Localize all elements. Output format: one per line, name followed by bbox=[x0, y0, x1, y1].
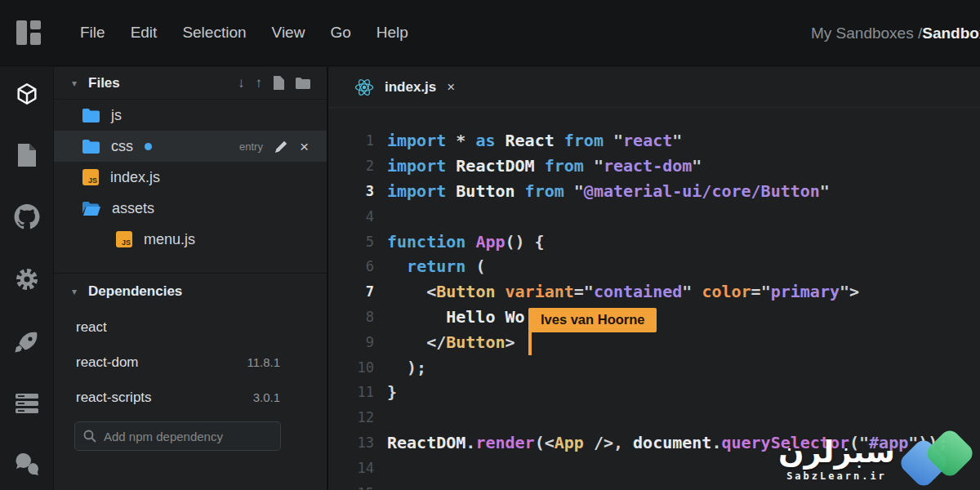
tab-index-js[interactable]: index.js × bbox=[328, 67, 476, 107]
github-icon[interactable] bbox=[14, 204, 40, 229]
sabzlearn-watermark: سبزلرن SabzLearn.ir bbox=[778, 430, 973, 488]
file-name: assets bbox=[112, 200, 154, 217]
activity-bar bbox=[0, 67, 53, 490]
dependency-item-react-scripts[interactable]: react-scripts 3.0.1 bbox=[54, 380, 327, 415]
chevron-down-icon[interactable]: ▾ bbox=[72, 286, 77, 297]
dependency-name: react-dom bbox=[76, 354, 139, 371]
line-number: 5 bbox=[328, 234, 374, 250]
dependencies-panel-title: Dependencies bbox=[88, 283, 182, 300]
line-number: 2 bbox=[328, 158, 374, 174]
download-icon[interactable]: ↓ bbox=[238, 75, 245, 91]
dependency-item-react[interactable]: react bbox=[54, 310, 327, 345]
code-line[interactable]: 10 ); bbox=[328, 354, 980, 380]
folder-icon bbox=[82, 140, 100, 154]
code-line[interactable]: 9 </Button> bbox=[328, 329, 980, 354]
gear-icon[interactable] bbox=[14, 266, 40, 292]
chevron-down-icon[interactable]: ▾ bbox=[72, 78, 77, 89]
code-line[interactable]: 5 function App() { bbox=[328, 229, 980, 254]
files-panel-title: Files bbox=[88, 75, 120, 91]
file-tree-item-js[interactable]: js bbox=[54, 100, 327, 131]
add-dependency-input[interactable] bbox=[104, 430, 259, 443]
line-number: 12 bbox=[328, 409, 374, 425]
code-line[interactable]: 1 import * as React from "react" bbox=[328, 128, 980, 154]
menu-go[interactable]: Go bbox=[330, 24, 350, 42]
collaborator-caret bbox=[528, 332, 532, 355]
tab-title: index.js bbox=[385, 79, 436, 96]
line-number: 8 bbox=[328, 309, 374, 325]
editor-tab-bar: index.js × bbox=[328, 67, 980, 108]
edit-icon[interactable] bbox=[275, 140, 287, 153]
menu-view[interactable]: View bbox=[272, 24, 305, 42]
code-line[interactable]: 3 import Button from "@material-ui/core/… bbox=[328, 179, 980, 204]
add-dependency-search[interactable] bbox=[74, 421, 281, 451]
menu-edit[interactable]: Edit bbox=[131, 24, 158, 42]
file-name: js bbox=[111, 107, 122, 124]
file-tree-item-menu-js[interactable]: JS menu.js bbox=[54, 224, 327, 255]
line-number: 9 bbox=[328, 334, 374, 350]
codesandbox-logo-icon[interactable] bbox=[16, 20, 41, 45]
line-number: 14 bbox=[328, 460, 374, 476]
line-number: 13 bbox=[328, 434, 374, 451]
explorer-sidebar: ▾ Files ↓ ↑ js css entry × bbox=[53, 67, 327, 490]
menu-selection[interactable]: Selection bbox=[182, 24, 246, 42]
file-icon[interactable] bbox=[14, 143, 40, 167]
new-file-icon[interactable] bbox=[273, 76, 285, 90]
code-editor: index.js × 1 import * as React from "rea… bbox=[327, 67, 980, 490]
line-number: 1 bbox=[328, 132, 374, 149]
line-number: 11 bbox=[328, 384, 374, 400]
folder-icon bbox=[82, 109, 100, 122]
logo-bar bbox=[16, 20, 27, 45]
react-icon bbox=[354, 78, 374, 97]
code-line[interactable]: 4 bbox=[328, 203, 980, 229]
code-line[interactable]: 6 return ( bbox=[328, 254, 980, 279]
file-tree-item-index-js[interactable]: JS index.js bbox=[54, 162, 327, 193]
new-folder-icon[interactable] bbox=[296, 78, 310, 89]
dependency-item-react-dom[interactable]: react-dom 11.8.1 bbox=[54, 345, 327, 380]
code-line[interactable]: 2 import ReactDOM from "react-dom" bbox=[328, 154, 980, 179]
logo-square-top bbox=[30, 20, 41, 29]
line-number: 4 bbox=[328, 208, 374, 225]
menu-help[interactable]: Help bbox=[376, 24, 408, 42]
file-tree-item-assets[interactable]: assets bbox=[54, 193, 327, 224]
app-window: FileEditSelectionViewGoHelp My Sandboxes… bbox=[0, 0, 980, 490]
breadcrumb-current: Sandbox bbox=[922, 24, 980, 42]
file-tree: js css entry × JS index.js assets JS men… bbox=[54, 100, 327, 255]
tab-close-icon[interactable]: × bbox=[447, 79, 455, 96]
dependency-version: 11.8.1 bbox=[247, 355, 280, 369]
dependency-name: react-scripts bbox=[76, 390, 152, 406]
logo-square-bottom bbox=[30, 33, 41, 45]
files-panel-header[interactable]: ▾ Files ↓ ↑ bbox=[54, 67, 327, 100]
search-icon bbox=[83, 430, 96, 443]
file-tree-item-css[interactable]: css entry × bbox=[54, 131, 327, 162]
rocket-icon[interactable] bbox=[14, 329, 40, 355]
code-line[interactable]: 11 } bbox=[328, 380, 980, 405]
file-name: menu.js bbox=[144, 231, 195, 248]
breadcrumb[interactable]: My Sandboxes / Sandbox bbox=[811, 0, 980, 66]
watermark-site: SabzLearn.ir bbox=[778, 470, 895, 482]
dependency-list: react react-dom 11.8.1 react-scripts 3.0… bbox=[54, 310, 327, 415]
js-file-icon: JS bbox=[116, 231, 132, 247]
entry-badge: entry bbox=[239, 140, 263, 153]
line-number: 3 bbox=[328, 183, 374, 199]
dependencies-panel-header[interactable]: ▾ Dependencies bbox=[54, 274, 327, 310]
cube-icon[interactable] bbox=[14, 82, 40, 106]
server-icon[interactable] bbox=[14, 392, 40, 415]
collaborator-cursor-label: Ives van Hoorne bbox=[528, 308, 657, 332]
file-name: index.js bbox=[110, 169, 160, 186]
dependency-name: react bbox=[76, 319, 107, 336]
chat-icon[interactable] bbox=[14, 452, 40, 476]
upload-icon[interactable]: ↑ bbox=[256, 75, 263, 91]
file-name: css bbox=[111, 138, 133, 155]
menubar: FileEditSelectionViewGoHelp bbox=[80, 24, 408, 42]
delete-icon[interactable]: × bbox=[300, 139, 309, 154]
code-line[interactable]: 12 bbox=[328, 405, 980, 430]
dependency-version: 3.0.1 bbox=[253, 390, 280, 404]
line-number: 7 bbox=[328, 283, 374, 300]
line-number: 6 bbox=[328, 258, 374, 274]
folder-open-icon bbox=[82, 202, 100, 216]
modified-dot bbox=[145, 143, 152, 150]
menu-file[interactable]: File bbox=[80, 24, 105, 42]
sabzlearn-logo-icon bbox=[903, 430, 973, 488]
breadcrumb-path[interactable]: My Sandboxes / bbox=[811, 24, 922, 42]
code-line[interactable]: 7 <Button variant="contained" color="pri… bbox=[328, 279, 980, 305]
